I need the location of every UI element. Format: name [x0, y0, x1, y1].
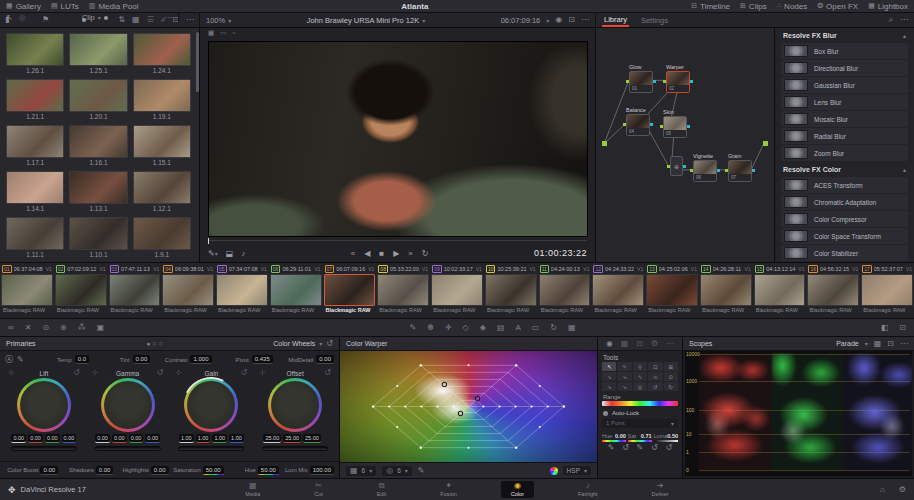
- timeline-clip[interactable]: 16 04:56:32:15 V1 Blackmagic RAW: [806, 263, 860, 318]
- timeline-clip[interactable]: 09 10:02:33:17 V1 Blackmagic RAW: [430, 263, 484, 318]
- timeline-clip[interactable]: 04 06:09:38:01 V1 Blackmagic RAW: [161, 263, 215, 318]
- gallery-still[interactable]: 1.24.1: [133, 33, 191, 77]
- effect-item[interactable]: Directional Blur: [781, 60, 908, 76]
- draw-tool[interactable]: ✎: [617, 362, 631, 371]
- panel-toggle-button[interactable]: ▦ Gallery: [6, 2, 41, 11]
- gallery-still[interactable]: 1.26.1: [6, 33, 64, 77]
- clip-thumbnail[interactable]: [55, 274, 107, 306]
- select-tool[interactable]: ↖: [602, 362, 616, 371]
- sat-value[interactable]: 0.71: [641, 433, 652, 439]
- toolbar-icon[interactable]: A: [515, 323, 520, 332]
- bypass-grade-icon[interactable]: ⌁: [232, 30, 236, 37]
- wheel-value-master[interactable]: 25.00: [263, 434, 281, 443]
- toolbar-icon[interactable]: ◧: [881, 323, 889, 332]
- video-frame[interactable]: [208, 41, 588, 237]
- pen-icon[interactable]: ✎: [637, 444, 644, 452]
- clip-thumbnail[interactable]: [1, 274, 53, 306]
- parade-scope[interactable]: 10000 1000 100: [685, 351, 912, 476]
- viewer-expand-icon[interactable]: ⊡: [568, 16, 575, 24]
- page-button[interactable]: ✦ Fusion: [430, 481, 467, 498]
- node-box[interactable]: 06: [693, 160, 717, 182]
- wheel-value-red[interactable]: 25.00: [283, 434, 301, 443]
- toolbar-icon[interactable]: ◇: [463, 323, 469, 332]
- param-value[interactable]: 0.00: [316, 355, 334, 364]
- toolbar-icon[interactable]: ✛: [445, 323, 452, 332]
- effect-item[interactable]: Gaussian Blur: [781, 77, 908, 93]
- still-thumbnail[interactable]: [69, 125, 127, 158]
- clip-thumbnail[interactable]: [485, 274, 537, 306]
- clip-thumbnail[interactable]: [377, 274, 429, 306]
- timeline-clip[interactable]: 08 05:33:22:00 V1 Blackmagic RAW: [376, 263, 430, 318]
- panel-toggle-button[interactable]: ⊟ Timeline: [691, 2, 730, 11]
- gallery-still[interactable]: 1.12.1: [133, 171, 191, 215]
- wheel-master-slider[interactable]: [11, 446, 77, 451]
- toolbar-icon[interactable]: ▦: [568, 323, 576, 332]
- reset-icon[interactable]: ↺: [326, 340, 333, 348]
- viewer-zoom-select[interactable]: 100%: [206, 16, 225, 25]
- gallery-scrollbar[interactable]: [196, 32, 199, 92]
- effect-item[interactable]: Chromatic Adaptation: [781, 194, 908, 210]
- wheel-master-slider[interactable]: [95, 446, 161, 451]
- still-thumbnail[interactable]: [133, 33, 191, 66]
- library-options-icon[interactable]: ⋯: [900, 16, 908, 24]
- target-tool[interactable]: ◎: [633, 382, 647, 391]
- gallery-still[interactable]: 1.15.1: [133, 125, 191, 169]
- viewer-source-timecode[interactable]: 06:07:09:16: [501, 16, 541, 25]
- auto-lock-toggle[interactable]: Auto-Lock: [598, 406, 682, 417]
- clip-thumbnail[interactable]: [162, 274, 214, 306]
- gallery-still[interactable]: 1.14.1: [6, 171, 64, 215]
- param-value[interactable]: 50.00: [203, 466, 224, 475]
- white-picker-icon[interactable]: ✎: [17, 356, 24, 364]
- more-options-icon[interactable]: ⋯: [186, 16, 194, 24]
- viewer-scrub-bar[interactable]: [208, 240, 587, 244]
- project-home-icon[interactable]: ⌂: [880, 485, 885, 494]
- reset-icon[interactable]: ↺: [651, 444, 658, 452]
- corrector-node[interactable]: ⊕: [670, 156, 683, 176]
- hue-value[interactable]: 0.00: [615, 433, 626, 439]
- curve-tool-1[interactable]: ↘: [602, 372, 616, 381]
- still-thumbnail[interactable]: [6, 33, 64, 66]
- still-thumbnail[interactable]: [69, 33, 127, 66]
- scope-grid-icon[interactable]: ▦: [874, 340, 882, 348]
- wheel-master-slider[interactable]: [262, 446, 328, 451]
- refresh-tool[interactable]: ↻: [664, 382, 678, 391]
- warper-pen-icon[interactable]: ✎: [418, 467, 425, 475]
- node-options-icon[interactable]: ⋯: [164, 14, 172, 22]
- toolbar-icon[interactable]: ⁂: [78, 323, 86, 332]
- library-group-header[interactable]: Resolve FX Blur ▴: [775, 28, 914, 42]
- wheel-value-green[interactable]: 0.00: [129, 434, 144, 443]
- timeline-clip[interactable]: 01 06:37:04:08 V1 Blackmagic RAW: [0, 263, 54, 318]
- param-value[interactable]: 0.00: [151, 466, 169, 475]
- effect-item[interactable]: ACES Transform: [781, 177, 908, 193]
- toolbar-icon[interactable]: ↻: [550, 323, 557, 332]
- page-button[interactable]: ▦ Media: [235, 481, 270, 498]
- playhead[interactable]: [208, 238, 209, 244]
- param-value[interactable]: 0.00: [40, 466, 58, 475]
- effect-item[interactable]: Color Compressor: [781, 211, 908, 227]
- corrector-node[interactable]: Balance 04: [626, 107, 650, 136]
- timeline-clip[interactable]: 06 06:29:11:01 V1 Blackmagic RAW: [269, 263, 323, 318]
- scope-mode-select[interactable]: Parade: [836, 340, 859, 347]
- dot-tool[interactable]: ⊙: [664, 372, 678, 381]
- settings-icon[interactable]: ⚙: [651, 340, 658, 348]
- still-thumbnail[interactable]: [69, 171, 127, 204]
- library-search-icon[interactable]: ⌕: [889, 16, 893, 24]
- param-value[interactable]: 100.00: [310, 466, 334, 475]
- page-button[interactable]: ♪ Fairlight: [568, 481, 608, 498]
- still-thumbnail[interactable]: [133, 217, 191, 250]
- pagination-dots[interactable]: ● ○ ○: [146, 340, 163, 347]
- playback-button[interactable]: «: [351, 249, 355, 258]
- toolbar-icon[interactable]: ⊙: [42, 323, 49, 332]
- image-wipe-icon[interactable]: ▦: [208, 30, 214, 37]
- page-button[interactable]: ✂ Cut: [304, 481, 333, 498]
- node-box[interactable]: ⊕: [670, 156, 683, 176]
- expand-icon[interactable]: ⊡: [636, 340, 643, 348]
- page-button[interactable]: ➔ Deliver: [642, 481, 679, 498]
- timeline-clip[interactable]: 14 04:26:28:11 V1 Blackmagic RAW: [699, 263, 753, 318]
- reset-all-icon[interactable]: ↺: [665, 444, 672, 452]
- pin-tool[interactable]: ⚲: [633, 362, 647, 371]
- effect-item[interactable]: Radial Blur: [781, 128, 908, 144]
- clip-thumbnail[interactable]: [700, 274, 752, 306]
- curve-tool-4[interactable]: ↘: [617, 382, 631, 391]
- point-mode-select[interactable]: 1 Point ▾: [602, 419, 678, 428]
